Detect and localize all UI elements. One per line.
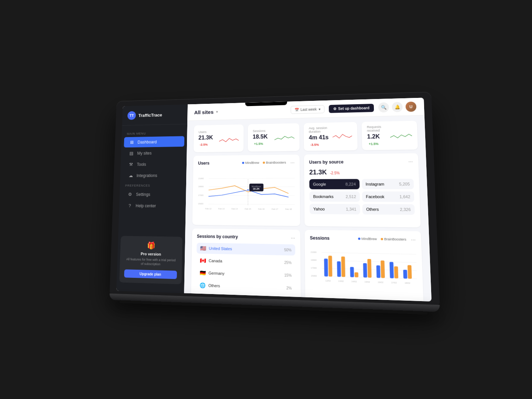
search-button[interactable]: 🔍 [378,102,389,113]
sidebar-item-dashboard[interactable]: ⊞ Dashboard [124,136,184,147]
svg-rect-40 [403,270,407,279]
chevron-down-icon: ▾ [318,107,320,111]
svg-text:15000: 15000 [198,203,204,205]
sessions-bar-chart: 21000 19000 17000 15000 [310,245,418,297]
stat-value: 1.2K +1.5% [367,133,390,146]
stat-value: 18.5K +1.5% [253,133,274,146]
country-chart-more[interactable]: ··· [291,235,295,241]
stat-label: Users [198,130,219,134]
stat-card-requests: Requests received 1.2K +1.5% [361,121,418,150]
bottom-charts: Sessions by country ··· 🇺🇸 United States… [184,228,432,301]
date-filter[interactable]: 📅 Last week ▾ [290,105,324,114]
pro-description: All features for free with a trial perio… [125,257,177,267]
country-item-us[interactable]: 🇺🇸 United States 50% [197,243,295,256]
sidebar-item-settings[interactable]: ⚙ Settings [122,189,183,200]
sidebar-item-label: Integrations [136,173,157,178]
source-item-others[interactable]: Others 2,326 [362,204,415,215]
sidebar-item-label: Settings [136,192,150,197]
sessions-by-country-card: Sessions by country ··· 🇺🇸 United States… [191,228,301,301]
pro-title: Pro version [125,251,177,257]
tools-icon: ⚒ [128,162,133,167]
svg-rect-38 [389,262,394,278]
country-name: Canada [209,259,222,263]
country-name: Others [208,283,220,288]
source-item-bookmarks[interactable]: Bookmarks 2,512 [309,191,360,202]
svg-rect-35 [367,259,371,278]
stat-change: +1.5% [369,142,379,146]
sidebar-item-integrations[interactable]: ☁ Integrations [123,170,184,181]
sessions-chart-title: Sessions [310,235,330,241]
country-chart-title: Sessions by country [197,234,238,239]
svg-text:18.2K: 18.2K [253,187,260,191]
sidebar-item-tools[interactable]: ⚒ Tools [123,158,184,170]
country-item-canada[interactable]: 🇨🇦 Canada 25% [197,255,296,268]
source-grid: Google 8,224 Instagram 5,205 Bookmarks 2… [309,179,415,215]
flag-others: 🌐 [200,282,205,288]
pro-icon: 🎁 [125,241,177,250]
country-pct: 50% [284,248,291,252]
stat-card-sessions: Sessions 18.5K +1.5% [248,123,300,151]
users-chart-legend: MindBrew BrainBoosters [242,161,286,165]
users-line-chart: 21000 19000 17000 15000 Feb 12 [197,169,295,219]
sessions-chart-legend: MindBrew BrainBoosters [358,237,406,241]
sidebar-item-help[interactable]: ? Help center [122,200,183,211]
notifications-button[interactable]: 🔔 [392,102,403,112]
country-name: United States [209,246,232,251]
svg-rect-36 [376,265,381,278]
sessions-chart-header: Sessions MindBrew BrainBoosters ··· [310,235,416,243]
stat-card-users: Users 21.3K -2.5% [194,125,244,153]
sessions-sparkline [274,131,294,144]
country-pct: 2% [286,286,292,290]
stat-label: Avg. session duration [309,126,332,133]
svg-text:21000: 21000 [198,177,204,180]
stat-label: Sessions [253,129,274,133]
stat-change: -3.5% [310,143,319,147]
country-chart-header: Sessions by country ··· [197,233,295,241]
preferences-label: Preferences [120,181,186,189]
flag-de: 🇩🇪 [200,270,206,276]
sidebar-item-label: Tools [137,162,146,167]
stats-row: Users 21.3K -2.5% Sessio [187,115,426,156]
svg-text:16/02: 16/02 [378,281,383,284]
svg-rect-28 [324,259,328,276]
source-item-instagram[interactable]: Instagram 5,205 [362,179,414,189]
source-chart-more[interactable]: ··· [408,158,413,164]
users-chart-card: Users MindBrew BrainBoosters ··· [192,154,300,226]
charts-area: Users MindBrew BrainBoosters ··· [185,153,429,231]
svg-text:Feb 18: Feb 18 [285,208,292,210]
app-name: TrafficTrace [138,112,162,118]
country-pct: 25% [284,260,291,265]
country-name: Germany [208,271,224,276]
sidebar-logo: TT TrafficTrace [122,110,187,126]
stat-change: -2.5% [200,143,208,147]
source-item-facebook[interactable]: Facebook 1,642 [362,191,415,202]
sessions-chart-more[interactable]: ··· [411,236,416,243]
title-dropdown-icon[interactable]: ▾ [216,110,218,113]
stat-value: 21.3K -2.5% [198,134,219,147]
svg-text:14/02: 14/02 [351,280,357,283]
svg-text:Feb 13: Feb 13 [218,208,225,210]
sidebar-item-my-sites[interactable]: ▤ My sites [123,147,184,158]
requests-sparkline [390,129,412,142]
svg-line-4 [209,178,295,179]
setup-dashboard-button[interactable]: ⚙ Set up dashboard [328,103,374,113]
main-content: All sites ▾ 📅 Last week ▾ ⚙ Set up dashb… [184,98,432,301]
users-chart-more[interactable]: ··· [290,160,294,166]
sidebar: TT TrafficTrace Main menu ⊞ Dashboard ▤ … [116,105,188,293]
svg-text:Feb 14: Feb 14 [231,208,238,210]
country-item-others[interactable]: 🌐 Others 2% [196,280,296,294]
calendar-icon: 📅 [294,108,299,112]
country-item-germany[interactable]: 🇩🇪 Germany 15% [196,267,296,281]
sidebar-item-label: My sites [137,151,151,156]
avatar[interactable]: U [405,102,416,112]
svg-rect-39 [394,266,398,279]
logo-icon: TT [127,111,136,120]
svg-rect-34 [363,263,367,277]
sessions-chart-card: Sessions MindBrew BrainBoosters ··· [305,230,424,301]
upgrade-plan-button[interactable]: Upgrade plan [124,269,177,279]
source-item-yahoo[interactable]: Yahoo 1,341 [310,204,360,215]
source-chart-title: Users by source [309,160,344,165]
page-title: All sites ▾ [194,109,218,115]
source-item-google[interactable]: Google 8,224 [309,179,359,189]
svg-line-7 [208,204,295,204]
